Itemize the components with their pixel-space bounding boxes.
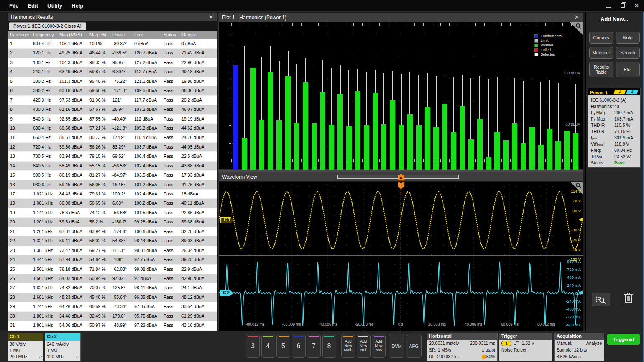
acquisition-card[interactable]: Acquisition Manual, Analyze Sample: 12 b… [554,333,604,361]
harmonic-bar[interactable] [390,100,395,170]
harmonic-bar[interactable] [547,129,552,170]
channel7-button[interactable]: 7 [307,334,321,358]
results-table-button[interactable]: Results Table [589,62,613,77]
tab-power1[interactable]: Power 1 (IEC 61000-3-2 Class A) [9,22,86,30]
harmonic-bar[interactable] [486,157,491,170]
harmonic-bar[interactable] [512,123,517,170]
table-row[interactable]: 5300.2 Hz101.3 dBuA95.48 %-75.22°121.1 d… [8,77,217,86]
harmonic-bar[interactable] [468,139,474,170]
harmonic-bar[interactable] [416,125,422,170]
table-row[interactable]: 10600.4 Hz60.68 dBuA57.21 %-121.8°105.3 … [8,124,217,133]
harmonic-bar[interactable] [451,132,456,170]
table-row[interactable]: 160.04 Hz106.1 dBuA100 %-89.37°0 dBuAPas… [8,39,217,49]
minimize-icon[interactable] [606,7,611,8]
harmonic-bar[interactable] [529,127,535,170]
harmonic-bar[interactable] [233,65,238,170]
harmonic-bar[interactable] [337,94,343,170]
trigger-card[interactable]: Trigger 1 -1.52 V Noise Reject [499,333,552,361]
menu-item-utility[interactable]: Utility [47,3,62,9]
harmonics-chart[interactable]: FundamentalLimitPassedFailedSelected 123… [219,22,583,169]
close-icon[interactable]: ✕ [209,13,213,22]
table-row[interactable]: 201.201 kHz59.6 dBuA56.2 %-150.7°99.28 d… [8,218,217,227]
close-icon[interactable]: ✕ [575,13,579,22]
waveform-titlebar[interactable]: Waveform View U [219,172,583,182]
channel1-card[interactable]: Ch 1 38 V/div 1 MΩ 200 MHz ⮠ [8,333,43,361]
menu-item-file[interactable]: File [9,3,18,9]
table-row[interactable]: 16960.6 Hz59.45 dBuA56.06 %162.5°101.2 d… [8,180,217,190]
table-row[interactable]: 15900.5 Hz86.19 dBuA81.27 %-84.97°103.5 … [8,171,217,180]
harmonic-bar[interactable] [564,131,570,170]
table-row[interactable]: 251.501 kHz76.18 dBuA71.84 %-62.03°99.08… [8,265,217,274]
menu-item-help[interactable]: Help [72,3,83,9]
harmonic-bar[interactable] [303,82,308,170]
harmonic-bar[interactable] [477,119,483,170]
harmonic-bar[interactable] [268,72,273,170]
harmonic-bar[interactable] [355,91,360,170]
zoom-overview-button[interactable] [592,293,610,306]
harmonic-bar[interactable] [555,141,561,170]
harmonic-bar[interactable] [259,120,264,170]
channel5-button[interactable]: 5 [276,334,290,358]
table-row[interactable]: 241.441 kHz57.94 dBuA54.64 %-106°97.7 dB… [8,255,217,264]
harmonic-bar[interactable] [373,93,378,170]
waveform-area[interactable]: T C 1 C 2 ◀ ◀ 114 V76 V38 V-38 V-76 V-11… [219,182,583,331]
harmonic-bar[interactable] [250,68,256,170]
table-row[interactable]: 281.681 kHz48.23 dBuA45.48 %-55.64°96.35… [8,293,217,302]
cursors-button[interactable]: Cursors [589,32,613,44]
table-row[interactable]: 7420.3 Hz97.53 dBuA91.96 %121°117.7 dBuA… [8,96,217,105]
table-row[interactable]: 311.861 kHz54.06 dBuA50.97 %-48.99°97.22… [8,321,217,330]
restore-icon[interactable] [621,3,625,8]
horizontal-card[interactable]: Horizontal 20.0031 ms/div 200.0311 ms SR… [427,333,498,361]
harmonic-bar[interactable] [442,104,447,170]
table-row[interactable]: 2120.1 Hz49.25 dBuA46.44 %-159.5°120.7 d… [8,49,217,58]
ch1-ground-marker-icon[interactable]: ◀ [579,217,583,222]
table-row[interactable]: 12720.4 Hz59.66 dBuA56.26 %83.29°103.7 d… [8,143,217,152]
search-button[interactable]: Search [616,47,640,59]
harmonic-bar[interactable] [381,124,386,170]
table-row[interactable]: 211.261 kHz67.81 dBuA63.94 %-174.6°100.6… [8,227,217,236]
harmonic-bar[interactable] [494,132,500,170]
table-row[interactable]: 14840.5 Hz58.49 dBuA55.15 %-56.56°102.4 … [8,162,217,171]
plot-zoom-corner-icon[interactable] [570,22,583,35]
harmonic-bar[interactable] [320,92,325,170]
harmonic-bar[interactable] [276,120,282,170]
harmonic-bar[interactable] [460,106,465,170]
harmonic-bar[interactable] [433,127,439,170]
table-row[interactable]: 4240.1 Hz63.49 dBuA59.87 %6.804°112.7 dB… [8,67,217,77]
power1-badge-header[interactable]: Power 1 1 2 [588,88,641,95]
harmonic-bar[interactable] [364,125,369,170]
close-icon[interactable]: ✕ [634,3,639,8]
table-row[interactable]: 8480.3 Hz61.16 dBuA57.67 %26.94°107.2 dB… [8,105,217,114]
harmonic-bar[interactable] [503,140,509,170]
channel8-button[interactable]: 8 [322,334,336,358]
add-new-math-button[interactable]: AddNewMath [341,334,355,358]
add-new-bus-button[interactable]: AddNewBus [372,334,386,358]
plot-button[interactable]: Plot [616,62,640,77]
channel4-button[interactable]: 4 [261,334,275,358]
harmonic-bar[interactable] [573,133,578,170]
table-row[interactable]: 181.081 kHz60.08 dBuA56.65 %6.63°100.2 d… [8,199,217,208]
table-row[interactable]: 11660.4 Hz85.61 dBuA80.73 %174.9°110.4 d… [8,133,217,142]
harmonic-bar[interactable] [407,114,413,170]
table-row[interactable]: 6360.2 Hz63.18 dBuA59.58 %-171.3°109.5 d… [8,86,217,95]
harmonic-bar[interactable] [285,76,291,170]
plot-titlebar[interactable]: Plot 1 - Harmonics (Power 1) ✕ [219,13,583,22]
power1-results-badge[interactable]: Power 1 1 2 IEC 61000-3-2 (A)Harmonics':… [588,88,641,168]
harmonic-bar[interactable] [329,125,334,170]
table-row[interactable]: 171.021 kHz84.43 dBuA79.61 %109.2°102.4 … [8,190,217,199]
table-row[interactable]: 301.801 kHz34.46 dBuA32.49 %170.8°95.75 … [8,312,217,321]
measure-button[interactable]: Measure [589,47,613,59]
table-row[interactable]: 231.381 kHz73.47 dBuA69.27 %111.3°99.81 … [8,246,217,255]
table-row[interactable]: 261.561 kHz54.02 dBuA50.94 %97.02°97 dBu… [8,274,217,283]
table-row[interactable]: 191.141 kHz78.6 dBuA74.12 %-56.68°101.5 … [8,208,217,218]
table-row[interactable]: 271.621 kHz74.32 dBuA70.07 %125.5°98.41 … [8,283,217,293]
note-button[interactable]: Note [616,32,640,44]
harmonic-bar[interactable] [312,123,317,170]
harmonic-bar[interactable] [242,138,247,170]
harmonic-bar[interactable] [399,125,404,170]
dvm-button[interactable]: DVM [389,334,404,358]
harmonic-bar[interactable] [521,143,526,170]
menu-item-edit[interactable]: Edit [28,3,38,9]
channel2-card[interactable]: Ch 2 240 mA/div 1 MΩ 120 MHz ⮠ [45,333,81,361]
table-row[interactable]: 291.741 kHz64.26 dBuA60.59 %-73.34°97.8 … [8,302,217,311]
